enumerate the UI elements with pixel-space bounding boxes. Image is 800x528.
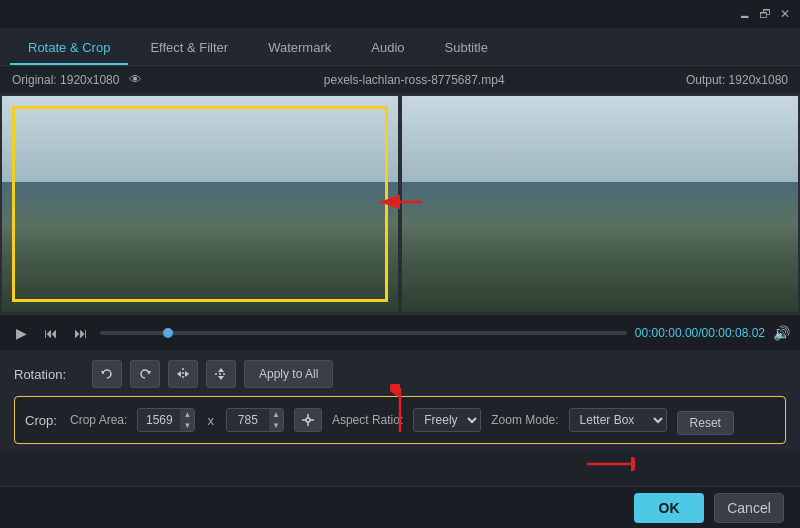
height-up-arrow[interactable]: ▲ <box>269 409 283 420</box>
cancel-button[interactable]: Cancel <box>714 493 784 523</box>
center-icon <box>301 413 315 427</box>
spinbox-arrows-height: ▲ ▼ <box>269 409 283 431</box>
tab-audio[interactable]: Audio <box>353 32 422 65</box>
video-thumb-left <box>2 96 398 312</box>
video-thumb-right <box>402 96 798 312</box>
tab-effect-filter[interactable]: Effect & Filter <box>132 32 246 65</box>
minimize-button[interactable]: 🗕 <box>738 7 752 21</box>
rotate-left-button[interactable] <box>92 360 122 388</box>
maximize-button[interactable]: 🗗 <box>758 7 772 21</box>
volume-icon[interactable]: 🔊 <box>773 325 790 341</box>
tab-bar: Rotate & Crop Effect & Filter Watermark … <box>0 28 800 66</box>
filename: pexels-lachlan-ross-8775687.mp4 <box>142 73 685 87</box>
svg-marker-9 <box>218 376 224 380</box>
original-label: Original: <box>12 73 57 87</box>
crop-label: Crop: <box>25 413 60 428</box>
x-separator: x <box>205 413 216 428</box>
crop-width-spinbox[interactable]: 1569 ▲ ▼ <box>137 408 195 432</box>
crop-width-input[interactable]: 1569 <box>138 409 180 431</box>
close-button[interactable]: ✕ <box>778 7 792 21</box>
time-total: 00:00:08.02 <box>702 326 765 340</box>
crop-row-inner: Crop: Crop Area: 1569 ▲ ▼ x 785 ▲ ▼ <box>25 408 667 432</box>
output-label: Output: <box>686 73 725 87</box>
rotate-right-button[interactable] <box>130 360 160 388</box>
output-info: Output: 1920x1080 <box>686 73 788 87</box>
preview-area <box>0 94 800 314</box>
svg-marker-5 <box>177 371 181 377</box>
time-display: 00:00:00.00/00:00:08.02 <box>635 326 765 340</box>
zoom-mode-select[interactable]: Letter Box Pan & Scan Full <box>569 408 667 432</box>
crop-area-label: Crop Area: <box>70 413 127 427</box>
eye-icon[interactable]: 👁 <box>129 72 142 87</box>
tab-subtitle[interactable]: Subtitle <box>427 32 506 65</box>
original-info: Original: 1920x1080 👁 <box>12 72 142 87</box>
flip-vertical-button[interactable] <box>206 360 236 388</box>
time-current: 00:00:00.00 <box>635 326 698 340</box>
rotate-left-icon <box>99 366 115 382</box>
title-bar: 🗕 🗗 ✕ <box>0 0 800 28</box>
arrow-container <box>376 192 424 216</box>
spinbox-arrows-width: ▲ ▼ <box>180 409 194 431</box>
svg-point-14 <box>306 418 310 422</box>
output-res: 1920x1080 <box>729 73 788 87</box>
reset-row: Reset <box>677 411 734 435</box>
flip-horizontal-button[interactable] <box>168 360 198 388</box>
preview-left <box>0 94 400 314</box>
flip-h-icon <box>175 366 191 382</box>
timeline-bar: ▶ ⏮ ⏭ 00:00:00.00/00:00:08.02 🔊 <box>0 314 800 350</box>
bottom-bar: OK Cancel <box>0 486 800 528</box>
crop-height-input[interactable]: 785 <box>227 409 269 431</box>
play-button[interactable]: ▶ <box>10 322 32 344</box>
original-res: 1920x1080 <box>60 73 119 87</box>
rotation-label: Rotation: <box>14 367 84 382</box>
reset-button[interactable]: Reset <box>677 411 734 435</box>
info-bar: Original: 1920x1080 👁 pexels-lachlan-ros… <box>0 66 800 94</box>
aspect-ratio-select[interactable]: Freely 16:9 4:3 1:1 <box>413 408 481 432</box>
width-down-arrow[interactable]: ▼ <box>180 420 194 431</box>
up-arrow-container <box>390 384 410 438</box>
left-arrow-icon <box>376 192 424 212</box>
timeline-thumb[interactable] <box>163 328 173 338</box>
up-arrow-icon <box>390 384 410 434</box>
flip-v-icon <box>213 366 229 382</box>
apply-all-button[interactable]: Apply to All <box>244 360 333 388</box>
tab-rotate-crop[interactable]: Rotate & Crop <box>10 32 128 65</box>
zoom-mode-label: Zoom Mode: <box>491 413 558 427</box>
next-button[interactable]: ⏭ <box>70 322 92 344</box>
prev-button[interactable]: ⏮ <box>40 322 62 344</box>
height-down-arrow[interactable]: ▼ <box>269 420 283 431</box>
svg-marker-6 <box>185 371 189 377</box>
preview-right <box>400 94 800 314</box>
rotate-right-icon <box>137 366 153 382</box>
width-up-arrow[interactable]: ▲ <box>180 409 194 420</box>
tab-watermark[interactable]: Watermark <box>250 32 349 65</box>
right-arrow-ok-container <box>585 454 635 478</box>
right-arrow-ok-icon <box>585 454 635 474</box>
ok-button[interactable]: OK <box>634 493 704 523</box>
center-crop-button[interactable] <box>294 408 322 432</box>
svg-marker-8 <box>218 368 224 372</box>
timeline-track[interactable] <box>100 331 627 335</box>
crop-height-spinbox[interactable]: 785 ▲ ▼ <box>226 408 284 432</box>
